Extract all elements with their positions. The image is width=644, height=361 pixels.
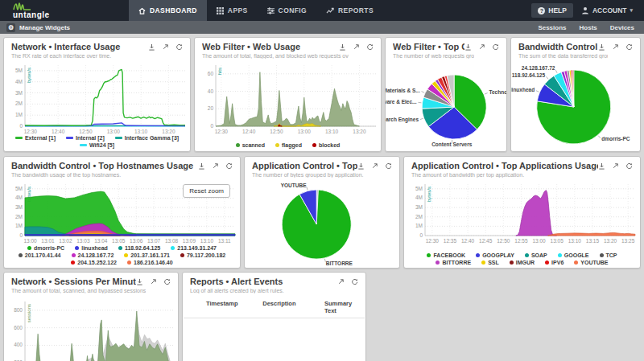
refresh-icon[interactable] — [625, 43, 633, 51]
svg-text:24.128.167.72: 24.128.167.72 — [522, 65, 555, 71]
legend-item[interactable]: FACEBOOK — [427, 252, 465, 258]
view-devices[interactable]: Devices — [610, 24, 634, 31]
legend-item[interactable]: External [1] — [15, 135, 56, 141]
legend-item[interactable]: IPV6 — [545, 260, 564, 265]
svg-text:13:20: 13:20 — [353, 129, 366, 134]
svg-text:3M: 3M — [15, 204, 23, 210]
refresh-icon[interactable] — [163, 278, 171, 285]
column-header-description[interactable]: Description — [243, 300, 307, 314]
svg-text:4M: 4M — [15, 79, 23, 84]
legend-item[interactable]: linuxhead — [75, 245, 108, 251]
widget-top-applications: Application Control • Top Applications (… — [244, 156, 400, 269]
refresh-icon[interactable] — [625, 162, 633, 170]
refresh-icon[interactable] — [225, 162, 233, 170]
download-icon[interactable] — [357, 162, 365, 170]
svg-text:12:50: 12:50 — [79, 129, 93, 134]
download-icon[interactable] — [598, 162, 605, 170]
legend-item[interactable]: 201.37.161.171 — [124, 252, 170, 258]
svg-text:13:02: 13:02 — [59, 238, 72, 244]
open-external-icon[interactable] — [162, 43, 169, 51]
nav-label: APPS — [228, 6, 248, 14]
widget-title: Application Control • Top Applications (… — [252, 161, 357, 170]
account-menu[interactable]: ACCOUNT ▾ — [581, 6, 633, 14]
legend-swatch — [75, 246, 79, 250]
refresh-icon[interactable] — [385, 162, 392, 170]
legend-swatch — [80, 144, 87, 146]
download-icon[interactable] — [339, 43, 346, 51]
legend-item[interactable]: 213.149.31.247 — [171, 245, 217, 251]
refresh-icon[interactable] — [175, 43, 183, 51]
nav-apps[interactable]: APPS — [207, 0, 258, 21]
legend-item[interactable]: Interface Gamma [3] — [115, 135, 179, 141]
untangle-logo[interactable]: untangle — [0, 2, 87, 18]
open-external-icon[interactable] — [612, 43, 619, 51]
nav-config[interactable]: CONFIG — [258, 0, 316, 21]
svg-text:12:40: 12:40 — [52, 129, 65, 134]
legend-item[interactable]: SOAP — [525, 252, 547, 258]
widget-title: Bandwidth Control • Top Hostnames Usage — [11, 161, 198, 170]
widget-subtitle: The bandwidth usage of the top hostnames… — [11, 172, 208, 178]
help-button[interactable]: ? HELP — [531, 3, 573, 18]
open-external-icon[interactable] — [353, 43, 360, 51]
svg-text:nal Materials & S...: nal Materials & S... — [386, 88, 420, 93]
legend-item[interactable]: BITTORRE — [436, 260, 471, 265]
download-icon[interactable] — [148, 43, 155, 51]
column-header-summary-text[interactable]: Summary Text — [307, 300, 365, 314]
legend-item[interactable]: 24.128.167.72 — [72, 252, 114, 258]
widget-actions — [464, 43, 499, 51]
open-external-icon[interactable] — [337, 278, 345, 285]
legend-item[interactable]: Internal [2] — [66, 135, 105, 141]
legend-item[interactable]: scanned — [236, 142, 265, 148]
refresh-icon[interactable] — [366, 43, 374, 51]
open-external-icon[interactable] — [371, 162, 378, 170]
view-hosts[interactable]: Hosts — [580, 24, 597, 31]
svg-text:dmorris-PC: dmorris-PC — [601, 136, 630, 142]
open-external-icon[interactable] — [478, 43, 485, 51]
open-external-icon[interactable] — [150, 278, 157, 285]
legend-item[interactable]: 118.92.64.125 — [118, 245, 160, 251]
reset-zoom-button[interactable]: Reset zoom — [183, 184, 230, 198]
legend-item[interactable]: TCP — [600, 252, 617, 258]
legend-swatch — [171, 246, 175, 250]
svg-text:13:20: 13:20 — [162, 129, 175, 134]
download-icon[interactable] — [136, 278, 143, 285]
view-sessions[interactable]: Sessions — [538, 24, 566, 31]
widget-subtitle: The number of bytes grouped by applicati… — [252, 172, 367, 178]
nav-reports[interactable]: REPORTS — [316, 0, 383, 21]
svg-text:13:15: 13:15 — [586, 238, 600, 244]
manage-widgets-button[interactable]: ⚙ Manage Widgets — [6, 23, 70, 32]
column-header-timestamp[interactable]: Timestamp — [184, 300, 243, 314]
svg-text:12:45: 12:45 — [479, 238, 493, 244]
refresh-icon[interactable] — [492, 43, 499, 51]
legend-swatch — [312, 143, 316, 147]
nav-label: CONFIG — [279, 6, 307, 14]
svg-text:40: 40 — [208, 88, 214, 94]
widget-alert-events: Reports • Alert Events Log of all alerts… — [182, 272, 366, 361]
legend-item[interactable]: 186.216.146.40 — [127, 260, 173, 265]
legend-item[interactable]: Wifi24 [5] — [80, 142, 114, 148]
legend-item[interactable]: 201.170.41.44 — [19, 252, 61, 258]
download-icon[interactable] — [198, 162, 205, 170]
legend-item[interactable]: 204.15.252.122 — [71, 260, 117, 265]
download-icon[interactable] — [598, 43, 605, 51]
refresh-icon[interactable] — [351, 278, 358, 285]
widget-actions — [198, 162, 233, 170]
legend-item[interactable]: 79.117.200.182 — [180, 252, 225, 258]
legend-item[interactable]: SSL — [481, 260, 499, 265]
legend-item[interactable]: dmorris-PC — [27, 245, 64, 251]
widget-web-usage: Web Filter • Web Usage The amount of tot… — [194, 37, 382, 152]
legend-item[interactable]: IMGUR — [510, 260, 535, 265]
download-icon[interactable] — [464, 43, 472, 51]
svg-text:13:00: 13:00 — [23, 238, 37, 244]
legend-swatch — [118, 246, 122, 250]
legend-item[interactable]: GOOGPLAY — [476, 252, 514, 258]
svg-text:13:03: 13:03 — [76, 238, 90, 244]
open-external-icon[interactable] — [612, 162, 619, 170]
open-external-icon[interactable] — [212, 162, 219, 170]
legend-item[interactable]: GOOGLE — [558, 252, 589, 258]
widget-actions — [136, 278, 171, 285]
nav-dashboard[interactable]: DASHBOARD — [129, 0, 207, 21]
legend-item[interactable]: blocked — [312, 142, 340, 148]
legend-item[interactable]: YOUTUBE — [574, 260, 608, 265]
legend-item[interactable]: flagged — [275, 142, 302, 148]
